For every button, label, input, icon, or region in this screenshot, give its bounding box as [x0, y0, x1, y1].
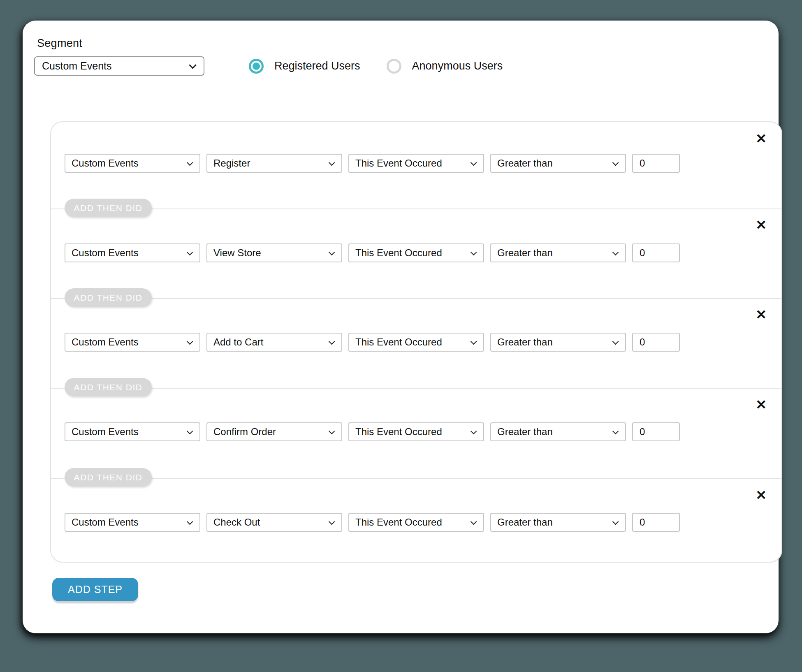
event-condition-value: This Event Occured	[355, 336, 442, 348]
chevron-down-icon	[612, 159, 619, 166]
radio-selected-icon	[249, 59, 264, 74]
event-name-value: View Store	[213, 247, 261, 259]
event-source-select[interactable]: Custom Events	[65, 333, 200, 352]
event-name-value: Check Out	[213, 517, 260, 528]
add-then-did-button[interactable]: ADD THEN DID	[65, 468, 152, 487]
count-input[interactable]	[632, 513, 680, 532]
close-icon[interactable]: ✕	[756, 218, 767, 232]
event-source-select[interactable]: Custom Events	[65, 513, 200, 532]
add-then-did-button[interactable]: ADD THEN DID	[65, 378, 152, 396]
event-name-select[interactable]: Register	[206, 154, 342, 173]
close-icon[interactable]: ✕	[756, 308, 767, 321]
count-input[interactable]	[632, 243, 680, 262]
event-name-select[interactable]: Confirm Order	[206, 422, 342, 441]
comparator-value: Greater than	[497, 158, 553, 169]
chevron-down-icon	[471, 428, 477, 434]
step-divider	[51, 478, 781, 479]
event-name-value: Confirm Order	[213, 426, 276, 438]
chevron-down-icon	[329, 428, 335, 434]
step-row: Custom Events Confirm Order This Event O…	[65, 422, 680, 441]
event-source-select[interactable]: Custom Events	[65, 243, 200, 262]
segment-builder-card: Segment Custom Events Registered Users A…	[23, 21, 779, 633]
comparator-select[interactable]: Greater than	[490, 243, 626, 262]
event-condition-value: This Event Occured	[355, 426, 442, 438]
chevron-down-icon	[329, 159, 335, 166]
comparator-value: Greater than	[497, 426, 553, 438]
comparator-select[interactable]: Greater than	[490, 333, 626, 352]
chevron-down-icon	[612, 428, 619, 434]
event-source-value: Custom Events	[72, 158, 139, 169]
comparator-select[interactable]: Greater than	[490, 422, 626, 441]
event-condition-select[interactable]: This Event Occured	[348, 422, 484, 441]
event-condition-select[interactable]: This Event Occured	[348, 513, 484, 532]
step-row: Custom Events Register This Event Occure…	[65, 154, 680, 173]
count-input[interactable]	[632, 422, 680, 441]
event-name-select[interactable]: Add to Cart	[206, 333, 342, 352]
add-step-button[interactable]: ADD STEP	[52, 578, 138, 601]
add-then-did-button[interactable]: ADD THEN DID	[65, 288, 152, 307]
event-source-value: Custom Events	[72, 426, 139, 438]
step-divider	[51, 209, 781, 209]
chevron-down-icon	[187, 338, 193, 345]
event-condition-select[interactable]: This Event Occured	[348, 243, 484, 262]
event-source-select[interactable]: Custom Events	[65, 422, 200, 441]
event-name-value: Register	[213, 158, 250, 169]
chevron-down-icon	[612, 518, 619, 525]
event-condition-select[interactable]: This Event Occured	[348, 333, 484, 352]
chevron-down-icon	[329, 518, 335, 525]
chevron-down-icon	[471, 518, 477, 525]
radio-anonymous-users[interactable]: Anonymous Users	[387, 59, 503, 74]
event-condition-value: This Event Occured	[355, 247, 442, 259]
chevron-down-icon	[187, 428, 193, 434]
event-source-value: Custom Events	[72, 336, 139, 348]
audience-radio-group: Registered Users Anonymous Users	[249, 56, 503, 76]
chevron-down-icon	[329, 249, 335, 255]
segment-type-value: Custom Events	[42, 60, 112, 72]
comparator-select[interactable]: Greater than	[490, 513, 626, 532]
steps-container: ✕ Custom Events Register This Event Occu…	[50, 121, 782, 563]
chevron-down-icon	[187, 159, 193, 166]
count-input[interactable]	[632, 154, 680, 173]
step-divider	[51, 388, 781, 389]
step-divider	[51, 298, 781, 299]
close-icon[interactable]: ✕	[756, 489, 767, 502]
step-row: Custom Events Check Out This Event Occur…	[65, 513, 680, 532]
chevron-down-icon	[471, 159, 477, 166]
event-name-value: Add to Cart	[213, 336, 263, 348]
comparator-value: Greater than	[497, 336, 553, 348]
step-row: Custom Events View Store This Event Occu…	[65, 243, 680, 262]
segment-type-select[interactable]: Custom Events	[34, 56, 204, 76]
chevron-down-icon	[471, 338, 477, 345]
radio-unselected-icon	[387, 59, 401, 74]
event-condition-select[interactable]: This Event Occured	[348, 154, 484, 173]
comparator-value: Greater than	[497, 517, 553, 528]
comparator-select[interactable]: Greater than	[490, 154, 626, 173]
event-source-select[interactable]: Custom Events	[65, 154, 200, 173]
chevron-down-icon	[612, 249, 619, 255]
chevron-down-icon	[612, 338, 619, 345]
add-then-did-button[interactable]: ADD THEN DID	[65, 199, 152, 217]
chevron-down-icon	[329, 338, 335, 345]
comparator-value: Greater than	[497, 247, 553, 259]
step-row: Custom Events Add to Cart This Event Occ…	[65, 333, 680, 352]
event-name-select[interactable]: Check Out	[206, 513, 342, 532]
event-condition-value: This Event Occured	[355, 158, 442, 169]
radio-anonymous-label: Anonymous Users	[412, 60, 503, 72]
radio-registered-label: Registered Users	[274, 60, 360, 72]
event-source-value: Custom Events	[72, 517, 139, 528]
chevron-down-icon	[187, 518, 193, 525]
segment-label: Segment	[37, 37, 82, 50]
event-source-value: Custom Events	[72, 247, 139, 259]
count-input[interactable]	[632, 333, 680, 352]
event-condition-value: This Event Occured	[355, 517, 442, 528]
chevron-down-icon	[187, 249, 193, 255]
event-name-select[interactable]: View Store	[206, 243, 342, 262]
close-icon[interactable]: ✕	[756, 398, 767, 411]
radio-registered-users[interactable]: Registered Users	[249, 59, 360, 74]
chevron-down-icon	[189, 61, 196, 69]
chevron-down-icon	[471, 249, 477, 255]
close-icon[interactable]: ✕	[756, 132, 767, 145]
